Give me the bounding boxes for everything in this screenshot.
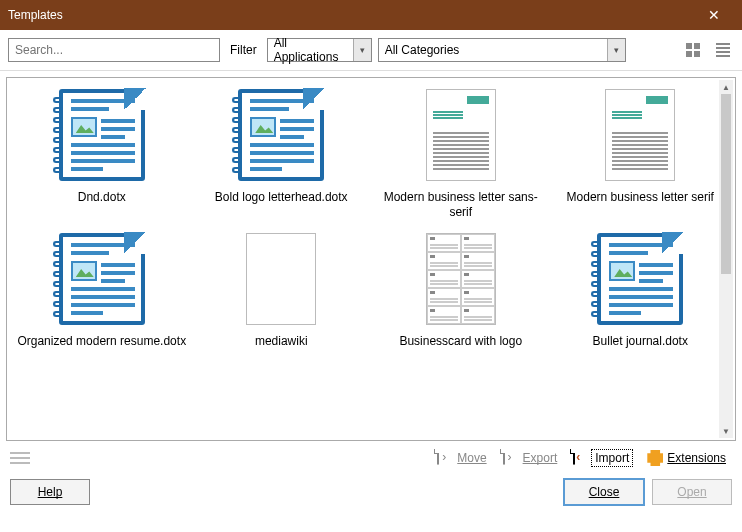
template-label: Modern business letter sans-serif: [376, 190, 546, 220]
toolbar: Filter All Applications ▾ All Categories…: [0, 30, 742, 71]
close-icon[interactable]: ✕: [694, 7, 734, 23]
template-thumbnail: [47, 230, 157, 328]
list-view-button[interactable]: [712, 40, 734, 60]
scroll-up-icon[interactable]: ▲: [719, 80, 733, 94]
template-item[interactable]: Organized modern resume.dotx: [13, 230, 191, 349]
template-label: Modern business letter serif: [567, 190, 714, 205]
category-select[interactable]: All Categories ▾: [378, 38, 626, 62]
chevron-down-icon[interactable]: ▾: [607, 39, 625, 61]
template-thumbnail: [406, 86, 516, 184]
template-thumbnail: [585, 86, 695, 184]
category-select-value: All Categories: [379, 43, 607, 57]
scrollbar[interactable]: ▲ ▼: [719, 80, 733, 438]
template-thumbnail: [226, 86, 336, 184]
template-label: Dnd.dotx: [78, 190, 126, 205]
filter-label: Filter: [226, 43, 261, 57]
template-grid-area: Dnd.dotx Bold logo letterhead.dotx Moder…: [6, 77, 736, 441]
template-thumbnail: [47, 86, 157, 184]
template-label: Bold logo letterhead.dotx: [215, 190, 348, 205]
titlebar: Templates ✕: [0, 0, 742, 30]
template-thumbnail: [226, 230, 336, 328]
scroll-down-icon[interactable]: ▼: [719, 424, 733, 438]
template-item[interactable]: Bold logo letterhead.dotx: [193, 86, 371, 220]
template-item[interactable]: mediawiki: [193, 230, 371, 349]
action-row: Move Export Import Extensions: [0, 441, 742, 471]
template-item[interactable]: Modern business letter serif: [552, 86, 730, 220]
scroll-thumb[interactable]: [721, 94, 731, 274]
import-label: Import: [593, 451, 631, 465]
template-thumbnail: [406, 230, 516, 328]
template-label: Bullet journal.dotx: [593, 334, 688, 349]
grid-view-button[interactable]: [682, 40, 704, 60]
template-item[interactable]: Dnd.dotx: [13, 86, 191, 220]
application-select-value: All Applications: [268, 36, 353, 64]
template-label: Businesscard with logo: [399, 334, 522, 349]
puzzle-icon: [647, 450, 663, 466]
extensions-label: Extensions: [667, 451, 726, 465]
template-thumbnail: [585, 230, 695, 328]
template-item[interactable]: Bullet journal.dotx: [552, 230, 730, 349]
export-label: Export: [523, 451, 558, 465]
search-input[interactable]: [8, 38, 220, 62]
move-button: Move: [431, 447, 492, 469]
export-button: Export: [497, 447, 564, 469]
import-button[interactable]: Import: [567, 447, 637, 469]
bottom-row: Help Close Open: [0, 471, 742, 515]
open-button: Open: [652, 479, 732, 505]
extensions-button[interactable]: Extensions: [641, 447, 732, 469]
move-label: Move: [457, 451, 486, 465]
close-button[interactable]: Close: [564, 479, 644, 505]
template-item[interactable]: Modern business letter sans-serif: [372, 86, 550, 220]
help-button[interactable]: Help: [10, 479, 90, 505]
menu-icon[interactable]: [10, 450, 30, 466]
template-label: mediawiki: [255, 334, 308, 349]
template-item[interactable]: Businesscard with logo: [372, 230, 550, 349]
window-title: Templates: [8, 8, 63, 22]
template-label: Organized modern resume.dotx: [17, 334, 186, 349]
chevron-down-icon[interactable]: ▾: [353, 39, 371, 61]
application-select[interactable]: All Applications ▾: [267, 38, 372, 62]
